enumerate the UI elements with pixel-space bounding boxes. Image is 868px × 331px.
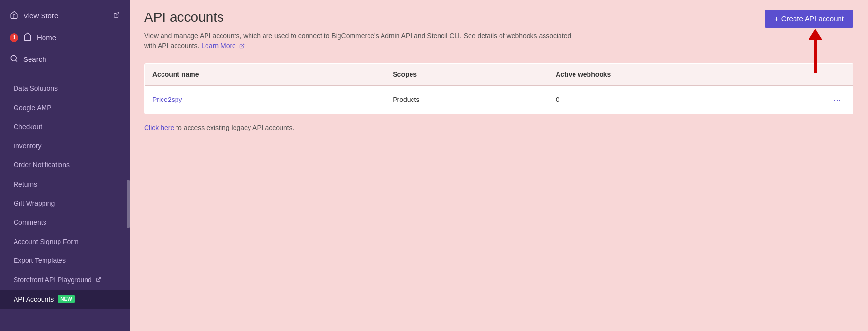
page-title: API accounts (144, 10, 853, 25)
home-icon (23, 32, 32, 43)
col-header-account-name: Account name (145, 63, 385, 85)
svg-line-3 (98, 277, 100, 280)
search-label: Search (23, 55, 46, 63)
create-api-btn-label: Create API account (781, 14, 844, 23)
sidebar-divider (0, 72, 130, 72)
sidebar-item-gift-wrapping[interactable]: Gift Wrapping (0, 194, 130, 214)
col-header-scopes: Scopes (385, 63, 548, 85)
sidebar: View Store 1 Home (0, 0, 130, 331)
sidebar-nav: Data Solutions Google AMP Checkout Inven… (0, 79, 130, 309)
svg-line-0 (116, 13, 119, 15)
sidebar-item-view-store[interactable]: View Store (0, 5, 130, 27)
learn-more-external-icon (239, 42, 245, 52)
col-header-actions (821, 63, 853, 85)
store-icon (10, 11, 18, 21)
click-here-link[interactable]: Click here (144, 124, 174, 131)
col-header-active-webhooks: Active webhooks (548, 63, 821, 85)
sidebar-item-storefront-api-playground[interactable]: Storefront API Playground (0, 271, 130, 290)
table-header: Account name Scopes Active webhooks (145, 63, 853, 85)
account-name-link[interactable]: Price2spy (152, 96, 182, 103)
sidebar-item-home[interactable]: 1 Home (0, 27, 130, 48)
sidebar-item-comments[interactable]: Comments (0, 213, 130, 232)
view-store-label: View Store (23, 12, 58, 20)
sidebar-item-order-notifications[interactable]: Order Notifications (0, 156, 130, 175)
plus-icon: + (774, 14, 779, 23)
cell-account-name: Price2spy (145, 85, 385, 114)
svg-line-2 (15, 60, 17, 61)
annotation-arrow (809, 29, 822, 73)
sidebar-top: View Store 1 Home (0, 0, 130, 79)
arrow-shaft (814, 40, 817, 73)
external-link-icon (113, 12, 120, 20)
legacy-link-description: to access existing legacy API accounts. (176, 124, 294, 131)
svg-point-1 (11, 55, 16, 61)
sidebar-item-export-templates[interactable]: Export Templates (0, 251, 130, 271)
cell-actions: ⋯ (821, 85, 853, 114)
home-notification-badge: 1 (10, 33, 18, 42)
svg-line-4 (241, 44, 244, 46)
main-content: + Create API account API accounts View a… (130, 0, 868, 331)
api-accounts-table: Account name Scopes Active webhooks Pric… (144, 63, 853, 114)
table-row: Price2spy Products 0 ⋯ (145, 85, 853, 114)
cell-scopes: Products (385, 85, 548, 114)
sidebar-item-api-accounts[interactable]: API Accounts NEW (0, 290, 130, 309)
table-body: Price2spy Products 0 ⋯ (145, 85, 853, 114)
sidebar-item-returns[interactable]: Returns (0, 175, 130, 194)
sidebar-item-search[interactable]: Search (0, 48, 130, 70)
sidebar-item-inventory[interactable]: Inventory (0, 137, 130, 156)
cell-active-webhooks: 0 (548, 85, 821, 114)
new-badge: NEW (58, 295, 74, 303)
external-link-small-icon (96, 275, 101, 285)
sidebar-nav-container: Data Solutions Google AMP Checkout Inven… (0, 79, 130, 331)
page-description: View and manage API accounts, which are … (144, 31, 579, 52)
sidebar-item-account-signup-form[interactable]: Account Signup Form (0, 232, 130, 252)
api-accounts-label: API Accounts (14, 295, 54, 304)
sidebar-item-data-solutions[interactable]: Data Solutions (0, 79, 130, 99)
sidebar-item-google-amp[interactable]: Google AMP (0, 99, 130, 118)
table-header-row: Account name Scopes Active webhooks (145, 63, 853, 85)
sidebar-item-checkout[interactable]: Checkout (0, 117, 130, 137)
create-api-account-button[interactable]: + Create API account (765, 10, 853, 28)
arrow-head (809, 29, 822, 40)
search-icon (10, 54, 18, 64)
home-label: Home (37, 33, 56, 42)
legacy-api-link-text: Click here to access existing legacy API… (144, 124, 853, 131)
more-options-button[interactable]: ⋯ (829, 92, 845, 107)
learn-more-link[interactable]: Learn More (201, 42, 244, 50)
